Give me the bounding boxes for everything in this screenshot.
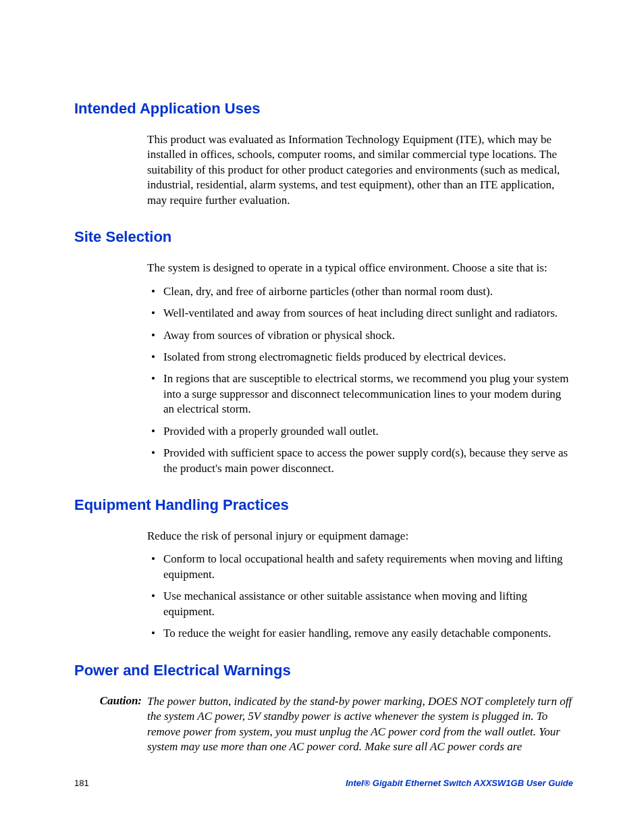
list-item: Provided with a properly grounded wall o…	[147, 424, 573, 439]
heading-power-warnings: Power and Electrical Warnings	[74, 662, 573, 679]
page-footer: 181 Intel® Gigabit Ethernet Switch AXXSW…	[74, 778, 573, 788]
list-item: Conform to local occupational health and…	[147, 552, 573, 582]
list-item: Well-ventilated and away from sources of…	[147, 306, 573, 321]
footer-page-number: 181	[74, 778, 89, 788]
paragraph-equipment-handling: Reduce the risk of personal injury or eq…	[147, 529, 573, 544]
list-item: In regions that are susceptible to elect…	[147, 371, 573, 417]
list-item: Isolated from strong electromagnetic fie…	[147, 350, 573, 365]
bullets-equipment-handling: Conform to local occupational health and…	[147, 552, 573, 641]
caution-block: Caution: The power button, indicated by …	[74, 694, 573, 755]
list-item: Away from sources of vibration or physic…	[147, 328, 573, 343]
footer-document-title: Intel® Gigabit Ethernet Switch AXXSW1GB …	[346, 778, 573, 788]
list-item: Provided with sufficient space to access…	[147, 446, 573, 476]
paragraph-site-selection: The system is designed to operate in a t…	[147, 261, 573, 276]
heading-site-selection: Site Selection	[74, 228, 573, 246]
paragraph-intended-application: This product was evaluated as Informatio…	[147, 132, 573, 208]
bullets-site-selection: Clean, dry, and free of airborne particl…	[147, 284, 573, 476]
list-item: Use mechanical assistance or other suita…	[147, 589, 573, 619]
section-power-warnings: Power and Electrical Warnings Caution: T…	[74, 662, 573, 755]
heading-intended-application: Intended Application Uses	[74, 100, 573, 118]
caution-label: Caution:	[74, 694, 147, 755]
section-intended-application: Intended Application Uses This product w…	[74, 100, 573, 208]
section-site-selection: Site Selection The system is designed to…	[74, 228, 573, 476]
heading-equipment-handling: Equipment Handling Practices	[74, 496, 573, 514]
list-item: To reduce the weight for easier handling…	[147, 626, 573, 641]
caution-text: The power button, indicated by the stand…	[147, 694, 573, 755]
section-equipment-handling: Equipment Handling Practices Reduce the …	[74, 496, 573, 642]
list-item: Clean, dry, and free of airborne particl…	[147, 284, 573, 299]
